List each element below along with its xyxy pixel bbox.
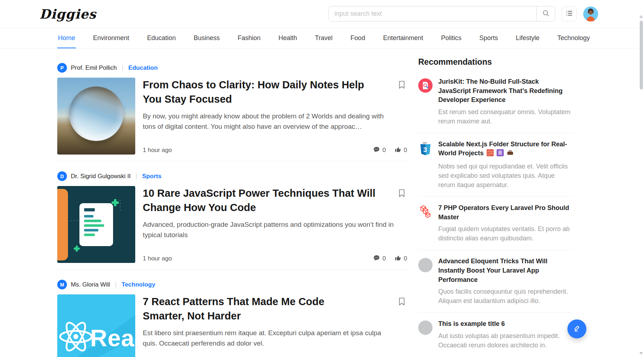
thumbs-up-icon (395, 254, 401, 263)
author-name[interactable]: Prof. Emil Pollich (71, 64, 117, 72)
svg-text:css: css (423, 142, 427, 144)
article-content: From Chaos to Clarity: How Daily Notes H… (143, 78, 407, 155)
article-category-link[interactable]: Education (128, 64, 158, 72)
atom-emoji-icon (497, 149, 504, 159)
article-excerpt: Est libero sint praesentium rem itaque a… (143, 328, 395, 348)
nav-tab-fashion[interactable]: Fashion (237, 28, 261, 48)
briefcase-emoji-icon (507, 149, 514, 159)
comments-count: 0 (382, 255, 386, 262)
recommendation-description: Nobis sed qui qui repudiandae et. Velit … (438, 162, 573, 190)
article-card: D Dr. Sigrid Gulgowski II | Sports (57, 161, 407, 270)
article-timestamp: 1 hour ago (143, 255, 172, 262)
author-avatar[interactable]: M (57, 280, 67, 289)
search-input[interactable] (329, 6, 536, 21)
recommendation-description: Est rerum sed consequatur omnis. Volupta… (438, 107, 573, 126)
author-name[interactable]: Dr. Sigrid Gulgowski II (71, 173, 131, 180)
article-thumbnail-crystal-ball[interactable] (57, 78, 135, 155)
nav-tab-lifestyle[interactable]: Lifestyle (515, 28, 540, 48)
recommendation-title: JurisKit: The No-Build Full-Stack JavaSc… (438, 77, 573, 105)
likes-stat[interactable]: 0 (395, 146, 407, 155)
css3-logo-icon: css 3 (418, 141, 433, 155)
article-title[interactable]: 10 Rare JavaScript Power Techniques That… (143, 186, 381, 215)
comment-icon (373, 146, 380, 155)
bookmark-icon (397, 85, 406, 91)
recommendation-description: Fugiat quidem voluptates veritatis. Et p… (438, 224, 573, 243)
nav-tab-business[interactable]: Business (193, 28, 220, 48)
article-category-link[interactable]: Technology (122, 281, 155, 288)
nav-tab-technology[interactable]: Technology (557, 28, 591, 48)
compose-fab-button[interactable] (567, 319, 586, 338)
bookmark-icon (397, 302, 406, 308)
nav-tab-environment[interactable]: Environment (92, 28, 130, 48)
recommendations-title: Recommendations (418, 57, 573, 67)
feed-list-toggle-button[interactable] (562, 6, 577, 21)
author-avatar[interactable]: D (57, 171, 67, 181)
recommendations-sidebar: Recommendations JurisKit: The No-Build F… (418, 49, 573, 357)
comments-stat[interactable]: 0 (373, 254, 386, 263)
author-name[interactable]: Ms. Gloria Will (71, 281, 110, 288)
nav-tab-politics[interactable]: Politics (440, 28, 462, 48)
article-content: 7 React Patterns That Made Me Code Smart… (143, 294, 407, 357)
article-excerpt: By now, you might already know about the… (143, 111, 395, 132)
app-logo[interactable]: Diggies (39, 6, 96, 21)
recommendation-item[interactable]: 7 PHP Operators Every Laravel Pro Should… (418, 197, 573, 250)
article-title[interactable]: 7 React Patterns That Made Me Code Smart… (143, 294, 343, 323)
likes-count: 0 (404, 255, 407, 262)
nav-tab-sports[interactable]: Sports (479, 28, 499, 48)
document-search-red-badge-icon (418, 78, 433, 93)
article-title[interactable]: From Chaos to Clarity: How Daily Notes H… (143, 78, 381, 106)
comments-stat[interactable]: 0 (373, 146, 386, 155)
react-banner-text: React (90, 324, 135, 352)
article-thumbnail-phone-app[interactable] (57, 186, 135, 263)
likes-stat[interactable]: 0 (395, 254, 407, 263)
search-icon (542, 9, 550, 18)
article-footer: 1 hour ago 0 (143, 251, 407, 263)
article-content: 10 Rare JavaScript Power Techniques That… (143, 186, 407, 263)
bookmark-button[interactable] (396, 296, 407, 308)
placeholder-avatar (418, 258, 433, 272)
article-body: React 7 React Patterns That Made Me Code… (57, 294, 407, 357)
bookmark-button[interactable] (396, 79, 407, 92)
nav-tab-home[interactable]: Home (57, 28, 76, 48)
separator: | (114, 282, 118, 288)
thumbs-up-icon (395, 146, 401, 155)
search-button[interactable] (536, 6, 555, 21)
bookmark-button[interactable] (396, 187, 407, 200)
recommendation-item[interactable]: Advanced Eloquent Tricks That Will Insta… (418, 250, 573, 313)
recommendation-item[interactable]: css 3 Scalable Next.js Folder Structure … (418, 133, 573, 197)
article-thumbnail-react[interactable]: React (57, 294, 135, 357)
crystal-sphere-graphic (69, 87, 123, 141)
nav-tab-health[interactable]: Health (278, 28, 298, 48)
edit-pencil-icon (573, 324, 581, 334)
scrollbar-up-arrow[interactable] (639, 15, 643, 18)
article-timestamp: 1 hour ago (143, 147, 172, 154)
user-avatar-photo (583, 6, 598, 21)
comment-icon (373, 254, 380, 263)
nav-tab-education[interactable]: Education (146, 28, 176, 48)
nav-tab-travel[interactable]: Travel (314, 28, 333, 48)
comments-count: 0 (382, 147, 386, 154)
list-icon (565, 9, 573, 18)
svg-text:3: 3 (423, 146, 427, 153)
recommendation-item[interactable]: JurisKit: The No-Build Full-Stack JavaSc… (418, 70, 573, 133)
brick-emoji-icon (487, 149, 494, 159)
recommendation-item[interactable]: This is example title 6 Aut iusto volupt… (418, 313, 573, 357)
search-box (328, 6, 555, 21)
recommendation-title: This is example title 6 (438, 319, 573, 329)
category-nav: Home Environment Education Business Fash… (0, 28, 644, 49)
separator: | (135, 173, 138, 180)
author-avatar[interactable]: P (57, 63, 67, 73)
scrollbar-thumb[interactable] (640, 21, 643, 89)
nav-tab-food[interactable]: Food (350, 28, 366, 48)
article-body: From Chaos to Clarity: How Daily Notes H… (57, 78, 407, 155)
laravel-logo-icon (418, 205, 433, 219)
header-actions (328, 6, 598, 21)
article-author-row: P Prof. Emil Pollich | Education (57, 63, 407, 73)
article-category-link[interactable]: Sports (142, 173, 161, 180)
user-avatar[interactable] (583, 6, 598, 21)
nav-tab-entertainment[interactable]: Entertainment (382, 28, 424, 48)
recommendation-description: Quos facilis consequuntur quis reprehend… (438, 287, 573, 305)
scrollbar-down-arrow[interactable] (639, 352, 643, 355)
article-card: P Prof. Emil Pollich | Education From Ch… (57, 49, 407, 161)
likes-count: 0 (404, 147, 407, 154)
